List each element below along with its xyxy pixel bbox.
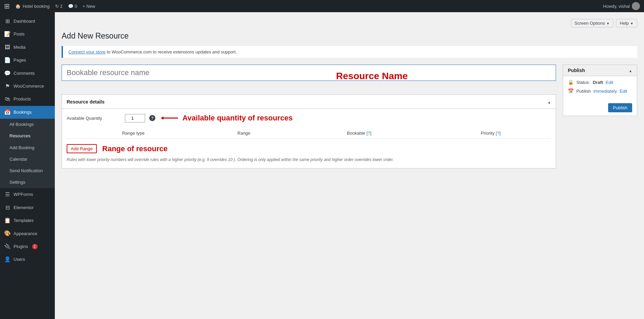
sidebar-item-pages[interactable]: 📄 Pages — [0, 54, 55, 67]
home-icon: 🏠 — [15, 4, 21, 9]
publish-timing-label: Publish — [576, 89, 591, 94]
revisions-icon: ↻ — [55, 4, 59, 9]
connect-store-link[interactable]: Connect your store — [68, 49, 106, 54]
main-topbar: Screen Options Help — [62, 19, 637, 27]
help-button[interactable]: Help — [616, 19, 637, 27]
range-annotation: Range of resource — [102, 144, 168, 153]
products-icon: 🛍 — [4, 95, 11, 103]
bookable-help-link[interactable]: [?] — [367, 131, 371, 136]
publish-button[interactable]: Publish — [608, 103, 632, 112]
wpforms-icon: ☰ — [4, 191, 11, 198]
comments-item[interactable]: 💬 0 — [68, 4, 77, 9]
wp-logo-icon[interactable]: ⊞ — [4, 2, 10, 10]
metabox-body: Available Quantity ? Available quantity … — [62, 109, 556, 168]
sidebar-item-bookings[interactable]: 📅 Bookings — [0, 106, 55, 119]
sidebar-item-products[interactable]: 🛍 Products — [0, 93, 55, 106]
sidebar-item-all-bookings[interactable]: All Bookings — [0, 119, 55, 130]
sidebar-item-elementor[interactable]: ⊟ Elementor — [0, 201, 55, 214]
sidebar-item-settings[interactable]: Settings — [0, 177, 55, 188]
status-label: Status: — [576, 80, 590, 85]
bookable-header: Bookable [?] — [288, 128, 430, 139]
notice-bar: Connect your store to WooCommerce.com to… — [62, 46, 637, 58]
publish-chevron-up-icon — [629, 68, 632, 73]
metabox-title: Resource details — [67, 99, 105, 105]
templates-icon: 📋 — [4, 217, 11, 224]
publish-box-body: 🔒 Status: Draft Edit 📅 Publish immediate… — [563, 76, 637, 100]
metabox-header: Resource details — [62, 95, 556, 109]
sidebar-item-plugins[interactable]: 🔌 Plugins 2 — [0, 240, 55, 253]
comments-nav-icon: 💬 — [4, 70, 11, 77]
status-field: 🔒 Status: Draft Edit — [568, 79, 632, 85]
chevron-down-icon — [606, 21, 609, 26]
pages-icon: 📄 — [4, 56, 11, 64]
page-title: Add New Resource — [62, 31, 637, 41]
calendar-icon: 📅 — [568, 88, 574, 94]
admin-bar: ⊞ 🏠 Hotel booking ↻ 2 💬 0 + New Howdy, v… — [0, 0, 644, 12]
sidebar-item-comments[interactable]: 💬 Comments — [0, 67, 55, 80]
sidebar-item-users[interactable]: 👤 Users — [0, 253, 55, 266]
sidebar-item-wpforms[interactable]: ☰ WPForms — [0, 188, 55, 201]
publish-box-header: Publish — [563, 65, 637, 76]
status-value: Draft — [593, 80, 603, 85]
range-note: Rules with lower priority numbers will o… — [67, 155, 551, 163]
available-quantity-row: Available Quantity ? Available quantity … — [67, 114, 551, 122]
resource-details-metabox: Resource details Available Quantity ? — [62, 94, 556, 168]
appearance-icon: 🎨 — [4, 230, 11, 237]
priority-help-link[interactable]: [?] — [496, 131, 501, 136]
new-item[interactable]: + New — [83, 4, 95, 9]
status-icon: 🔒 — [568, 79, 574, 85]
revisions-item[interactable]: ↻ 2 — [55, 4, 63, 9]
woocommerce-icon: ⚑ — [4, 83, 11, 90]
sidebar-item-add-booking[interactable]: Add Booking — [0, 142, 55, 154]
quantity-help-icon[interactable]: ? — [149, 115, 155, 121]
publish-btn-row: Publish — [563, 100, 637, 116]
resource-name-input[interactable] — [62, 65, 556, 81]
main-content: Screen Options Help Add New Resource Con… — [55, 12, 644, 319]
sidebar-item-posts[interactable]: 📝 Posts — [0, 28, 55, 41]
publish-timing-link[interactable]: immediately — [594, 89, 617, 94]
publish-box-title: Publish — [568, 68, 585, 73]
quantity-arrow-annotation: Available quantity of resources — [159, 114, 293, 122]
comments-icon: 💬 — [68, 4, 73, 9]
publish-timing-field: 📅 Publish immediately Edit — [568, 88, 632, 94]
main-column: Resource Name Resource details Available… — [62, 65, 556, 168]
sidebar-item-dashboard[interactable]: ⊞ Dashboard — [0, 15, 55, 28]
sidebar-item-calendar[interactable]: Calendar — [0, 154, 55, 165]
available-quantity-input[interactable] — [125, 114, 145, 122]
arrow-icon — [159, 114, 180, 122]
sidebar-item-templates[interactable]: 📋 Templates — [0, 214, 55, 227]
sidebar-item-media[interactable]: 🖼 Media — [0, 41, 55, 54]
range-table: Range type Range Bookable [?] Priority [… — [67, 128, 551, 139]
site-name[interactable]: 🏠 Hotel booking — [15, 4, 50, 9]
add-range-button[interactable]: Add Range — [67, 144, 97, 153]
users-icon: 👤 — [4, 256, 11, 263]
media-icon: 🖼 — [4, 44, 11, 51]
status-edit-link[interactable]: Edit — [606, 80, 613, 85]
help-chevron-icon — [630, 21, 634, 26]
posts-icon: 📝 — [4, 30, 11, 38]
plugins-badge: 2 — [32, 244, 38, 249]
range-type-header: Range type — [67, 128, 200, 139]
sidebar-item-send-notification[interactable]: Send Notification — [0, 165, 55, 177]
dashboard-icon: ⊞ — [4, 18, 11, 25]
screen-options-button[interactable]: Screen Options — [571, 19, 614, 27]
resource-name-wrapper: Resource Name — [62, 65, 556, 88]
publish-box: Publish 🔒 Status: Draft Edit 📅 Publish i… — [563, 65, 637, 116]
avatar — [632, 2, 640, 10]
sidebar-item-appearance[interactable]: 🎨 Appearance — [0, 227, 55, 240]
sidebar-item-woocommerce[interactable]: ⚑ WooCommerce — [0, 80, 55, 93]
available-quantity-label: Available Quantity — [67, 116, 121, 121]
priority-header: Priority [?] — [430, 128, 551, 139]
sidebar: ⊞ Dashboard 📝 Posts 🖼 Media 📄 Pages 💬 Co… — [0, 12, 55, 319]
bookings-icon: 📅 — [4, 109, 11, 116]
publish-timing-edit-link[interactable]: Edit — [620, 89, 627, 94]
plugins-icon: 🔌 — [4, 243, 11, 250]
metabox-toggle-button[interactable] — [548, 98, 551, 105]
svg-marker-1 — [161, 116, 163, 120]
chevron-up-icon — [548, 98, 551, 105]
elementor-icon: ⊟ — [4, 204, 11, 211]
sidebar-item-resources[interactable]: Resources — [0, 130, 55, 142]
range-row: Add Range Range of resource — [67, 141, 551, 155]
bookings-submenu: All Bookings Resources Add Booking Calen… — [0, 119, 55, 188]
content-area: Resource Name Resource details Available… — [62, 65, 637, 168]
